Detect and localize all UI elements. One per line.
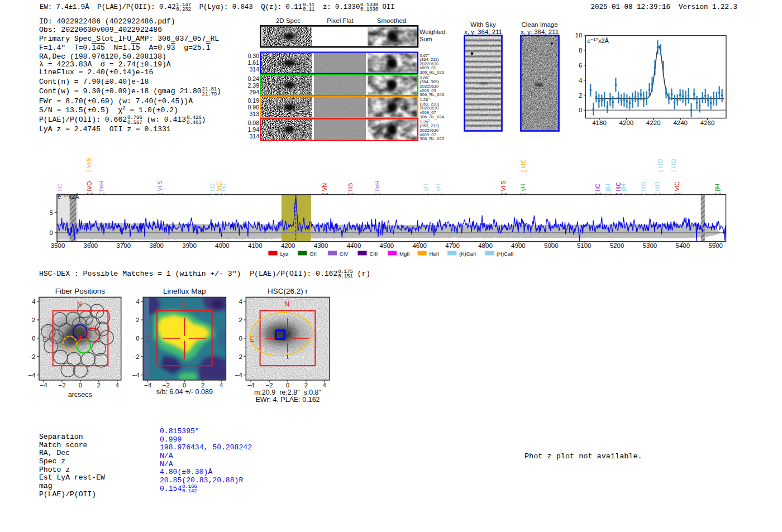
svg-text:{ IIO: { IIO [220, 184, 227, 195]
svg-text:{ IIeH: { IIeH [98, 180, 104, 195]
svg-text:306_RL_023: 306_RL_023 [420, 70, 445, 75]
svg-text:2.39: 2.39 [248, 82, 260, 89]
svg-text:OII: OII [309, 251, 317, 257]
svg-text:{ VIC: { VIC [674, 181, 680, 195]
svg-text:306_RL_043: 306_RL_043 [420, 92, 445, 97]
svg-text:4: 4 [220, 382, 223, 389]
svg-text:{ IIO: { IIO [209, 184, 216, 195]
svg-text:314: 314 [249, 133, 259, 140]
svg-text:−2: −2 [58, 382, 65, 389]
svg-text:0: 0 [239, 335, 242, 342]
svg-text:−2: −2 [266, 382, 273, 389]
svg-text:0: 0 [50, 229, 53, 236]
svg-text:5500: 5500 [708, 242, 723, 249]
svg-text:5: 5 [50, 209, 53, 216]
svg-text:N: N [181, 300, 186, 308]
svg-text:3900: 3900 [182, 242, 197, 249]
svg-text:0: 0 [286, 382, 289, 389]
svg-text:Lyα: Lyα [280, 251, 289, 257]
svg-text:Lineflux Map: Lineflux Map [163, 287, 206, 295]
svg-text:−4: −4 [247, 382, 255, 389]
svg-text:2D Spec: 2D Spec [276, 17, 301, 24]
svg-text:N: N [284, 300, 289, 308]
svg-text:1.61: 1.61 [248, 59, 260, 66]
svg-text:2: 2 [136, 317, 139, 323]
svg-text:4: 4 [136, 298, 140, 305]
svg-text:5000: 5000 [544, 242, 559, 249]
svg-text:4: 4 [239, 298, 242, 305]
svg-text:−4: −4 [144, 382, 152, 389]
svg-text:8: 8 [579, 47, 582, 54]
svg-text:5200: 5200 [610, 242, 624, 249]
svg-text:N: N [77, 300, 82, 308]
svg-text:4: 4 [32, 298, 36, 305]
svg-text:E: E [250, 336, 255, 343]
svg-text:0.24: 0.24 [248, 75, 260, 82]
svg-text:HeII: HeII [430, 251, 439, 257]
svg-text:{ IIC: { IIC [56, 184, 63, 195]
svg-text:4220: 4220 [646, 119, 661, 126]
svg-text:m:20.9 re:2.8" s:0.8": m:20.9 re:2.8" s:0.8" [254, 389, 321, 396]
svg-text:4: 4 [115, 382, 119, 389]
svg-text:{ IIeH: { IIeH [374, 180, 380, 195]
svg-text:{ IIIO: { IIIO [657, 159, 664, 172]
svg-text:10: 10 [575, 32, 583, 39]
svg-text:HSC(26.2) r: HSC(26.2) r [268, 287, 308, 295]
svg-text:4: 4 [579, 77, 583, 84]
svg-text:0.30: 0.30 [248, 52, 260, 59]
svg-text:−4: −4 [28, 372, 36, 378]
svg-text:4260: 4260 [700, 119, 715, 126]
svg-text:{ IVO: { IVO [86, 181, 93, 195]
svg-text:5300: 5300 [643, 242, 657, 249]
svg-text:4900: 4900 [511, 242, 526, 249]
svg-text:0: 0 [79, 382, 82, 389]
svg-text:−2: −2 [28, 353, 35, 360]
svg-text:{ IIiS: { IIiS [347, 183, 354, 195]
svg-text:0: 0 [32, 335, 35, 342]
svg-text:{ IIIO: { IIIO [640, 182, 647, 195]
svg-text:5400: 5400 [676, 242, 690, 249]
svg-text:4200: 4200 [281, 242, 295, 249]
svg-text:{ VIiS: { VIiS [156, 180, 163, 195]
svg-text:0.19: 0.19 [248, 97, 260, 104]
svg-text:CIII: CIII [369, 251, 378, 257]
svg-text:−4: −4 [235, 372, 243, 378]
svg-text:{ VIiS: { VIiS [500, 180, 507, 195]
svg-text:EWr: 4, PLAE: 0.162: EWr: 4, PLAE: 0.162 [255, 396, 320, 404]
svg-text:(H)CaII: (H)CaII [497, 251, 514, 257]
svg-text:4240: 4240 [673, 119, 688, 126]
svg-text:{ βH: { βH [604, 184, 611, 195]
svg-text:−2: −2 [132, 353, 140, 360]
svg-text:3500: 3500 [51, 242, 65, 249]
svg-text:With Sky: With Sky [470, 21, 496, 28]
svg-text:306_RL_023: 306_RL_023 [420, 136, 445, 141]
svg-text:4700: 4700 [445, 242, 460, 249]
svg-text:0: 0 [136, 335, 139, 342]
svg-text:0.08: 0.08 [248, 119, 260, 126]
svg-text:1.94: 1.94 [248, 126, 260, 133]
svg-text:4000: 4000 [215, 242, 230, 249]
svg-text:e−17x2Å: e−17x2Å [587, 37, 609, 44]
svg-text:{ γH: { γH [435, 184, 441, 195]
svg-text:4600: 4600 [412, 242, 427, 249]
svg-text:{ βH: { βH [620, 184, 627, 195]
svg-text:3800: 3800 [149, 242, 164, 249]
svg-text:5100: 5100 [577, 242, 592, 249]
svg-text:CIV: CIV [340, 251, 349, 257]
svg-text:{ IIIC: { IIIC [520, 159, 527, 172]
svg-text:(K)CaII: (K)CaII [459, 251, 476, 257]
svg-text:2: 2 [239, 317, 242, 323]
svg-text:4400: 4400 [347, 242, 361, 249]
svg-text:4300: 4300 [314, 242, 328, 249]
svg-text:3600: 3600 [84, 242, 98, 249]
svg-text:4500: 4500 [380, 242, 394, 249]
svg-text:2: 2 [579, 92, 582, 99]
svg-text:s/b: 6.04 +/- 0.089: s/b: 6.04 +/- 0.089 [156, 388, 213, 396]
svg-text:Sum: Sum [419, 36, 432, 42]
svg-text:{ IIIO: { IIIO [670, 159, 677, 172]
svg-text:−4: −4 [40, 382, 48, 389]
svg-text:314: 314 [249, 66, 259, 73]
svg-text:arcsecs: arcsecs [68, 391, 92, 399]
svg-text:Pixel Flat: Pixel Flat [327, 17, 354, 24]
svg-text:4: 4 [323, 382, 327, 389]
